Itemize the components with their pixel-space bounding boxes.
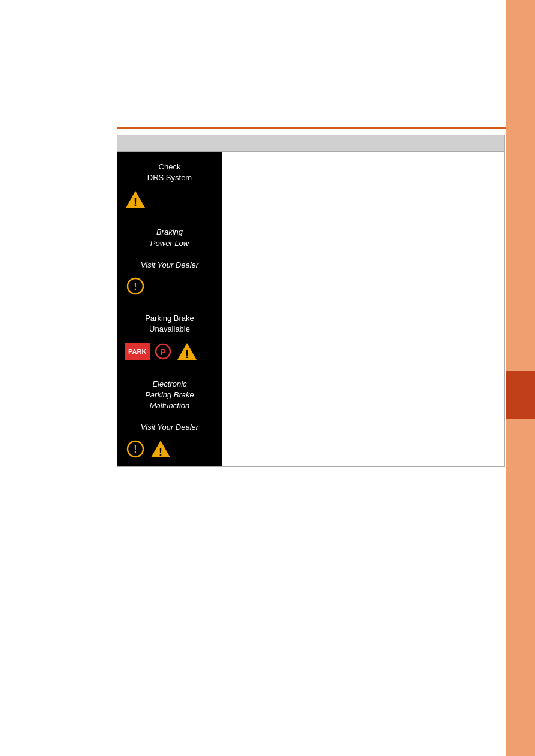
table-row: ElectronicParking BrakeMalfunctionVisit … [117,369,505,467]
braking-power-low-message: BrakingPower LowVisit Your Dealer [125,227,214,271]
epb-malfunction-cell: ElectronicParking BrakeMalfunctionVisit … [117,369,222,467]
svg-text:!: ! [159,446,162,458]
epb-malfunction-icons: ! ! [125,439,214,459]
svg-text:!: ! [134,281,137,292]
p-circle-icon: P [153,343,173,360]
parking-brake-unavailable-icons: PARK P ! [125,341,214,362]
check-drs-description [222,152,505,217]
warning-triangle-icon-3: ! [150,439,171,459]
epb-malfunction-message: ElectronicParking BrakeMalfunctionVisit … [125,379,214,433]
braking-power-low-description [222,217,505,303]
table-row: Parking BrakeUnavailable PARK P [117,303,505,369]
exclamation-circle-icon: ! [125,277,146,296]
svg-text:P: P [160,347,166,357]
svg-text:!: ! [185,348,189,360]
col-header-2 [222,135,505,152]
check-drs-icons: ! [125,189,214,210]
exclamation-circle-icon-2: ! [125,439,146,459]
parking-brake-unavailable-message: Parking BrakeUnavailable [125,313,214,335]
parking-brake-unavailable-description [222,303,505,369]
braking-power-low-cell: BrakingPower LowVisit Your Dealer ! [117,217,222,303]
parking-brake-unavailable-cell: Parking BrakeUnavailable PARK P [117,303,222,369]
warning-triangle-icon-2: ! [176,341,198,362]
table-row: CheckDRS System ! [117,152,505,217]
warning-triangle-icon: ! [125,189,146,210]
park-icon: PARK [125,343,150,360]
table-row: BrakingPower LowVisit Your Dealer ! [117,217,505,303]
epb-malfunction-description [222,369,505,467]
col-header-1 [117,135,222,152]
check-drs-message: CheckDRS System [125,162,214,183]
right-sidebar-accent [506,371,535,419]
warning-table-container: CheckDRS System ! BrakingPower [117,135,505,467]
braking-power-low-icons: ! [125,277,214,296]
svg-text:!: ! [134,444,137,454]
svg-text:!: ! [134,196,137,208]
top-divider-line [117,127,506,129]
check-drs-cell: CheckDRS System ! [117,152,222,217]
warning-messages-table: CheckDRS System ! BrakingPower [117,135,505,467]
